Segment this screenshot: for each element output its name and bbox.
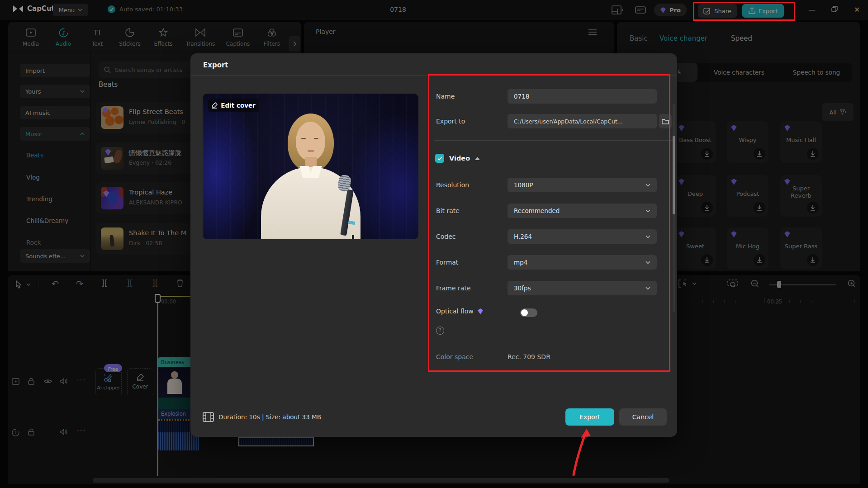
edit-cover-button[interactable]: Edit cover bbox=[208, 99, 259, 112]
pencil-icon bbox=[212, 102, 218, 109]
annotation-arrow bbox=[561, 421, 602, 479]
cancel-label: Cancel bbox=[632, 413, 654, 421]
person-face bbox=[296, 122, 325, 161]
edit-cover-label: Edit cover bbox=[221, 102, 256, 109]
annotation-box-share-export bbox=[693, 2, 795, 21]
microphone-stand bbox=[352, 235, 354, 239]
capcut-window: CapCut Menu Auto saved: 01:10:33 0718 Pr… bbox=[0, 0, 868, 488]
cover-preview: Edit cover bbox=[203, 94, 418, 239]
dialog-title: Export bbox=[203, 61, 228, 69]
footer-divider bbox=[434, 376, 674, 376]
settings-scrollbar-thumb[interactable] bbox=[673, 136, 675, 214]
film-icon bbox=[203, 412, 214, 422]
annotation-box-settings bbox=[428, 74, 670, 372]
export-confirm-label: Export bbox=[579, 413, 600, 421]
cancel-button[interactable]: Cancel bbox=[619, 408, 667, 426]
duration-size-info: Duration: 10s | Size: about 33 MB bbox=[218, 413, 321, 421]
